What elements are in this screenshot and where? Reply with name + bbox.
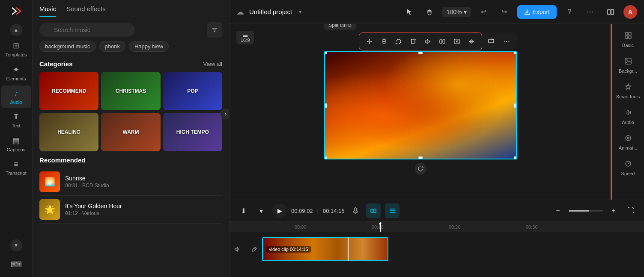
tab-music[interactable]: Music — [39, 5, 56, 17]
crop-btn[interactable] — [406, 35, 420, 48]
loop-btn[interactable] — [392, 35, 405, 48]
handle-bm[interactable] — [418, 156, 423, 159]
fullscreen-btn[interactable]: ⛶ — [624, 204, 637, 217]
frame-aspect-btn[interactable] — [484, 34, 498, 48]
zoom-minus-btn[interactable]: − — [552, 204, 564, 217]
panel-tabs: Music Sound effects — [33, 0, 229, 17]
tag-background-music[interactable]: background music — [39, 41, 96, 52]
categories-header: Categories View all — [33, 57, 229, 72]
svg-rect-33 — [374, 209, 376, 212]
sidebar-item-elements[interactable]: ✦ Elements — [1, 62, 31, 85]
keyframe-btn[interactable] — [465, 35, 478, 48]
aspect-ratio-icon: ▬ — [241, 32, 250, 38]
delete-btn[interactable] — [377, 35, 391, 48]
right-item-speed[interactable]: Speed — [613, 156, 643, 180]
rec-item-sunrise[interactable]: 🌅 Sunrise 00:31 · BCD Studio — [39, 168, 222, 196]
handle-lm[interactable] — [324, 103, 327, 108]
sidebar-item-audio[interactable]: ♪ Audio — [1, 85, 31, 108]
undo-btn[interactable]: ↩ — [476, 4, 492, 20]
video-clip[interactable]: video clip 00:14:15 — [262, 237, 388, 261]
right-item-smart-tools[interactable]: Smart tools — [613, 79, 643, 103]
zoom-arrow-icon: ▾ — [464, 9, 467, 15]
rec-item-golden[interactable]: 🌟 It's Your Golden Hour 01:12 · Various — [39, 196, 222, 224]
frame-more-btn[interactable]: ⋯ — [500, 34, 513, 48]
captions-icon: ▤ — [12, 136, 20, 145]
svg-rect-8 — [411, 40, 415, 43]
zoom-plus-btn[interactable]: + — [607, 204, 620, 217]
video-preview: ▬ 16:9 — [230, 24, 611, 200]
sidebar-collapse-btn[interactable]: ▲ — [10, 24, 22, 36]
download-arrow-btn[interactable]: ▾ — [254, 204, 268, 218]
right-item-label: Smart tools — [616, 94, 640, 99]
handle-bl[interactable] — [324, 156, 327, 159]
mic-btn[interactable] — [349, 204, 362, 217]
category-recommend[interactable]: RECOMMEND — [39, 72, 98, 110]
aspect-ratio-label: 16:9 — [241, 38, 250, 43]
app-logo[interactable] — [9, 3, 24, 19]
project-name[interactable]: Untitled project — [249, 8, 292, 15]
help-btn[interactable]: ? — [562, 4, 577, 20]
project-dropdown-arrow[interactable]: ▾ — [299, 9, 301, 15]
remove-bg-btn[interactable] — [450, 35, 464, 48]
audio-icon: ♪ — [14, 89, 18, 98]
zoom-control[interactable]: 100% ▾ — [442, 7, 471, 17]
sidebar-item-transcript[interactable]: ≡ Transcript — [1, 156, 31, 179]
handle-rm[interactable] — [514, 103, 517, 108]
right-item-basic[interactable]: Basic — [613, 27, 643, 52]
sidebar-item-captions[interactable]: ▤ Captions — [1, 133, 31, 156]
play-button[interactable]: ▶ — [272, 203, 287, 218]
handle-br[interactable] — [514, 156, 517, 159]
right-item-label: Animat... — [619, 145, 637, 150]
category-healing[interactable]: HEALING — [39, 113, 98, 151]
video-edit-toolbar — [359, 32, 482, 50]
track-volume-btn[interactable] — [230, 242, 244, 256]
mirror-btn[interactable] — [435, 35, 449, 48]
sidebar-item-text[interactable]: T Text — [1, 109, 31, 132]
download-btn[interactable]: ⬇ — [236, 204, 250, 218]
sidebar-expand-btn[interactable]: ▼ — [10, 239, 22, 251]
right-item-background[interactable]: Backgr... — [613, 53, 643, 78]
snap-btn[interactable] — [366, 203, 381, 218]
video-frame[interactable] — [324, 51, 517, 159]
categories-next-btn[interactable]: › — [221, 109, 230, 119]
track-edit-btn[interactable] — [247, 242, 261, 256]
split-btn[interactable] — [363, 35, 376, 48]
handle-tl[interactable] — [324, 51, 327, 54]
user-avatar[interactable]: A — [623, 5, 637, 19]
cursor-tool-btn[interactable] — [401, 4, 417, 20]
right-item-animate[interactable]: Animat... — [613, 130, 643, 155]
align-btn[interactable] — [385, 203, 400, 218]
sidebar-bottom-btn[interactable]: ⌨ — [1, 256, 31, 273]
svg-rect-10 — [443, 40, 445, 43]
rotate-btn[interactable] — [414, 163, 426, 175]
split-view-btn[interactable] — [603, 4, 618, 20]
svg-rect-23 — [629, 36, 631, 38]
zoom-range — [569, 210, 603, 212]
tab-sound-effects[interactable]: Sound effects — [66, 5, 105, 17]
category-high-tempo[interactable]: HIGH TEMPO — [163, 113, 222, 151]
user-initial: A — [628, 9, 632, 15]
tag-happy-new[interactable]: Happy New — [129, 41, 169, 52]
category-warm[interactable]: WARM — [101, 113, 160, 151]
handle-tm[interactable] — [418, 51, 423, 54]
view-all-btn[interactable]: View all — [203, 61, 222, 67]
right-item-label: Backgr... — [619, 68, 637, 74]
redo-btn[interactable]: ↪ — [497, 4, 512, 20]
more-options-btn[interactable]: ⋯ — [582, 4, 598, 20]
bottom-icon: ⌨ — [11, 260, 22, 269]
export-button[interactable]: Export — [517, 5, 557, 19]
category-christmas[interactable]: CHRISTMAS — [101, 72, 160, 110]
search-input[interactable] — [39, 23, 135, 37]
sidebar-item-templates[interactable]: ⊞ Templates — [1, 38, 31, 61]
svg-point-29 — [628, 163, 629, 164]
text-icon: T — [14, 112, 18, 121]
hand-tool-btn[interactable] — [422, 4, 437, 20]
category-pop[interactable]: POP — [163, 72, 222, 110]
audio-separate-btn[interactable] — [421, 35, 435, 48]
cloud-icon: ☁ — [236, 7, 244, 17]
tag-phonk[interactable]: phonk — [99, 41, 125, 52]
filter-button[interactable] — [207, 22, 222, 38]
handle-tr[interactable] — [514, 51, 517, 54]
right-item-audio[interactable]: Audio — [613, 104, 643, 129]
templates-icon: ⊞ — [13, 41, 19, 50]
